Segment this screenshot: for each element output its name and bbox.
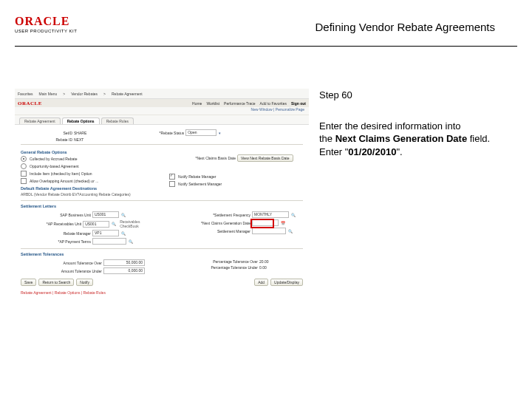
breadcrumb-sep: > <box>63 92 65 96</box>
instruction-panel: Step 60 Enter the desired information in… <box>319 89 510 158</box>
rebate-mgr-label: Rebate Manager <box>21 231 91 236</box>
ap-payterms-label: *AP Payment Terms <box>21 239 91 244</box>
status-label: *Rebate Status <box>132 131 184 135</box>
instruction-line: Enter "01/20/2010". <box>319 146 510 159</box>
page-header: ORACLE USER PRODUCTIVITY KIT Defining Ve… <box>15 15 517 47</box>
opt-opportunity: Opportunity-based Agreement <box>30 164 79 168</box>
sett-mgr-field[interactable] <box>252 228 286 234</box>
add-button[interactable]: Add <box>254 279 268 286</box>
entry-value-bold: 01/20/2010 <box>348 146 396 157</box>
lookup-icon[interactable]: 🔍 <box>121 231 126 236</box>
oracle-subtitle: USER PRODUCTIVITY KIT <box>15 29 77 33</box>
window-actions[interactable]: New Window | Personalize Page <box>15 107 309 115</box>
rebate-mgr-field[interactable]: VP1 <box>92 230 119 236</box>
chk-notify-rebate-mgr: Notify Rebate Manager <box>178 174 216 179</box>
nav-home[interactable]: Home <box>192 101 202 106</box>
instruction-line: Enter the desired information into <box>319 120 510 133</box>
setid-label: SetID <box>21 131 72 135</box>
return-search-button[interactable]: Return to Search <box>38 279 74 286</box>
breadcrumb-item[interactable]: Rebate Agreement <box>112 92 143 96</box>
tab-rebate-options[interactable]: Rebate Options <box>62 117 100 124</box>
checkbox-icon[interactable] <box>21 171 27 177</box>
opt-include-item: Include Item (checked by Item) Option <box>30 171 92 176</box>
breadcrumb-item[interactable]: Main Menu <box>39 92 58 96</box>
instruction-line: the Next Claims Generation Date field. <box>319 132 510 146</box>
nav-perf-trace[interactable]: Performance Trace <box>224 101 256 106</box>
amt-tol-under-label: Amount Tolerance Under <box>21 269 102 273</box>
lookup-icon[interactable]: 🔍 <box>129 239 133 244</box>
tab-rebate-agreement[interactable]: Rebate Agreement <box>19 117 61 124</box>
field-name-bold: Next Claims Generation Date <box>335 133 467 144</box>
next-claims-date-field[interactable] <box>252 219 279 226</box>
opt-collected: Collected by Accrued Rebate <box>30 157 77 161</box>
notify-button[interactable]: Notify <box>76 279 93 286</box>
pct-tol-under-value: 0.00 <box>259 265 267 270</box>
save-button[interactable]: Save <box>21 279 36 286</box>
section-default-dests: Default Rebate Agreement Destinations <box>21 186 154 191</box>
checkbox-icon[interactable] <box>21 178 27 184</box>
calendar-icon[interactable]: 📅 <box>281 221 285 225</box>
tab-strip: Rebate Agreement Rebate Options Rebate R… <box>15 115 309 125</box>
status-field[interactable]: Open <box>185 129 216 136</box>
radio-icon[interactable] <box>21 163 27 169</box>
view-next-date-button[interactable]: View Next Rebate Basis Date <box>237 154 293 162</box>
radio-icon[interactable] <box>21 156 27 162</box>
page-title: Defining Vendor Rebate Agreements <box>316 21 496 33</box>
rebateid-value: NEXT <box>74 137 83 142</box>
amt-tol-over-field[interactable]: 50,000.00 <box>103 259 145 266</box>
oracle-wordmark: ORACLE <box>15 15 77 28</box>
nav-signout[interactable]: Sign out <box>291 101 306 106</box>
footer-links[interactable]: Rebate Agreement | Rebate Options | Reba… <box>21 290 303 295</box>
nav-add-favorites[interactable]: Add to Favorites <box>260 101 287 106</box>
pct-tol-over-value: 20.00 <box>259 259 269 264</box>
section-settlement-tolerances: Settlement Tolerances <box>21 252 303 256</box>
recv-hint: Receivables CheckBook <box>120 219 154 228</box>
lookup-icon[interactable]: 🔍 <box>112 222 116 226</box>
ap-recv-field[interactable]: US001 <box>83 221 109 228</box>
breadcrumb-item[interactable]: Vendor Rebates <box>71 92 98 96</box>
ap-payterms-field[interactable] <box>92 238 126 245</box>
tab-rebate-rules[interactable]: Rebate Rules <box>101 117 134 124</box>
setid-value: SHARE <box>74 131 86 135</box>
step-label: Step 60 <box>319 89 510 102</box>
next-claims-date-label: *Next Claims Generation Date <box>169 221 250 225</box>
update-display-button[interactable]: Update/Display <box>270 279 303 286</box>
sap-bu-field[interactable]: US001 <box>92 211 119 218</box>
section-settlement-letters: Settlement Letters <box>21 204 303 208</box>
lookup-icon[interactable]: 🔍 <box>291 213 296 217</box>
breadcrumb-sep: > <box>103 92 106 96</box>
breadcrumb-bar: Favorites Main Menu > Vendor Rebates > R… <box>15 89 309 99</box>
nbrd-label: *Next Claims Basis Date <box>169 156 236 160</box>
oracle-logo-small: ORACLE <box>18 100 42 106</box>
dests-value: ARBDL (Vendor Rebate Distrib EV?Accounti… <box>21 192 131 197</box>
amt-tol-over-label: Amount Tolerance Over <box>21 261 102 265</box>
section-general-options: General Rebate Options <box>21 150 154 154</box>
dropdown-icon[interactable]: ▾ <box>219 131 221 135</box>
amt-tol-under-field[interactable]: 0,000.00 <box>103 267 145 274</box>
checkbox-icon[interactable] <box>169 181 175 187</box>
opt-overlap: Allow Overlapping Amount (checked) or ..… <box>30 179 98 183</box>
app-screenshot: Favorites Main Menu > Vendor Rebates > R… <box>15 89 309 270</box>
sett-freq-label: *Settlement Frequency <box>169 213 250 217</box>
checkbox-icon[interactable] <box>169 174 175 180</box>
lookup-icon[interactable]: 🔍 <box>288 229 293 233</box>
ap-recv-label: *AP Receivables Unit <box>21 222 81 226</box>
global-bar: ORACLE Home Worklist Performance Trace A… <box>15 99 309 107</box>
nav-worklist[interactable]: Worklist <box>206 101 219 106</box>
pct-tol-over-label: Percentage Tolerance Over <box>169 259 258 264</box>
lookup-icon[interactable]: 🔍 <box>121 213 126 217</box>
rebateid-label: Rebate ID <box>21 137 72 142</box>
oracle-logo: ORACLE USER PRODUCTIVITY KIT <box>15 15 77 33</box>
pct-tol-under-label: Percentage Tolerance Under <box>169 265 258 270</box>
sett-mgr-label: Settlement Manager <box>169 229 250 233</box>
form-body: SetID SHARE *Rebate Status Open ▾ Rebate… <box>15 125 309 298</box>
breadcrumb-item[interactable]: Favorites <box>18 92 33 96</box>
chk-notify-settlement-mgr: Notify Settlement Manager <box>178 182 222 186</box>
sap-bu-label: SAP Business Unit <box>21 213 91 217</box>
sett-freq-field[interactable]: MONTHLY <box>252 211 289 218</box>
